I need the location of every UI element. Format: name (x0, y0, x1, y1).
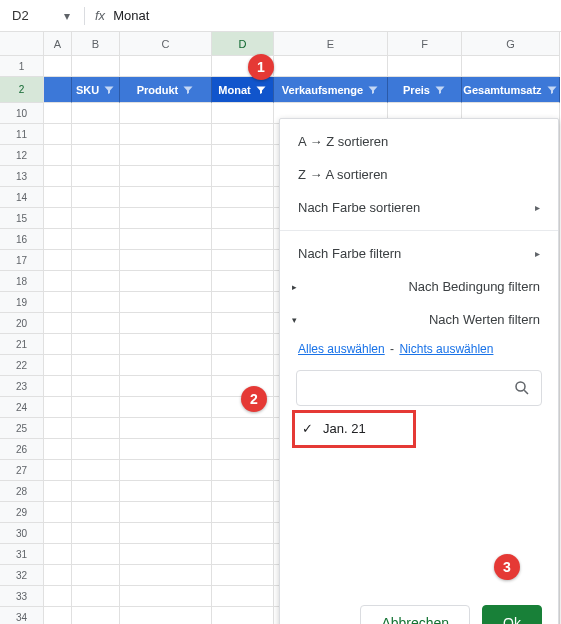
cell[interactable] (212, 586, 274, 607)
cell[interactable] (72, 250, 120, 271)
cell[interactable] (120, 124, 212, 145)
row-header[interactable]: 25 (0, 418, 44, 439)
row-header[interactable]: 18 (0, 271, 44, 292)
cell[interactable] (212, 208, 274, 229)
cell[interactable] (212, 607, 274, 624)
row-header[interactable]: 31 (0, 544, 44, 565)
cell[interactable] (44, 439, 72, 460)
cell[interactable] (120, 481, 212, 502)
filter-value-item[interactable]: ✓ Jan. 21 (296, 414, 542, 443)
cell[interactable] (120, 292, 212, 313)
cell[interactable] (120, 460, 212, 481)
col-header-F[interactable]: F (388, 32, 462, 56)
cell[interactable] (120, 334, 212, 355)
cell[interactable] (72, 586, 120, 607)
cell[interactable] (44, 334, 72, 355)
cell[interactable] (72, 607, 120, 624)
menu-sort-az[interactable]: A → Z sortieren (280, 125, 558, 158)
cell[interactable] (120, 271, 212, 292)
row-header[interactable]: 19 (0, 292, 44, 313)
cell[interactable] (72, 271, 120, 292)
cell[interactable] (44, 250, 72, 271)
cell[interactable] (72, 187, 120, 208)
menu-sort-za[interactable]: Z → A sortieren (280, 158, 558, 191)
cell[interactable] (388, 56, 462, 77)
cell[interactable] (120, 439, 212, 460)
col-header-A[interactable]: A (44, 32, 72, 56)
cell[interactable] (44, 544, 72, 565)
name-box[interactable]: D2 (8, 8, 60, 23)
cell[interactable] (120, 355, 212, 376)
cell[interactable] (212, 103, 274, 124)
cell[interactable] (212, 271, 274, 292)
row-header[interactable]: 20 (0, 313, 44, 334)
cell[interactable] (44, 292, 72, 313)
cell[interactable] (212, 565, 274, 586)
cell[interactable] (72, 565, 120, 586)
select-all-link[interactable]: Alles auswählen (298, 342, 385, 356)
col-header-C[interactable]: C (120, 32, 212, 56)
cell[interactable] (44, 586, 72, 607)
cell[interactable] (120, 187, 212, 208)
cell[interactable] (212, 124, 274, 145)
row-header[interactable]: 29 (0, 502, 44, 523)
cell[interactable] (120, 565, 212, 586)
row-header[interactable]: 33 (0, 586, 44, 607)
cell[interactable] (120, 418, 212, 439)
row-header[interactable]: 27 (0, 460, 44, 481)
cell[interactable] (212, 229, 274, 250)
row-header[interactable]: 26 (0, 439, 44, 460)
cell[interactable] (44, 481, 72, 502)
cell[interactable] (120, 166, 212, 187)
cell[interactable] (72, 418, 120, 439)
cell[interactable] (212, 460, 274, 481)
cell[interactable] (44, 77, 72, 103)
row-header[interactable]: 24 (0, 397, 44, 418)
row-header[interactable]: 22 (0, 355, 44, 376)
cell[interactable] (212, 334, 274, 355)
cell[interactable] (212, 145, 274, 166)
cell[interactable] (212, 313, 274, 334)
cell[interactable] (212, 523, 274, 544)
cell[interactable] (274, 56, 388, 77)
row-header[interactable]: 28 (0, 481, 44, 502)
cell[interactable] (44, 523, 72, 544)
filter-header-preis[interactable]: Preis (388, 77, 462, 103)
cell[interactable] (120, 56, 212, 77)
cell[interactable] (44, 607, 72, 624)
cell[interactable] (120, 586, 212, 607)
menu-sort-by-color[interactable]: Nach Farbe sortieren (280, 191, 558, 224)
row-header[interactable]: 15 (0, 208, 44, 229)
cell[interactable] (120, 397, 212, 418)
cell[interactable] (72, 292, 120, 313)
cell[interactable] (44, 166, 72, 187)
cell[interactable] (44, 460, 72, 481)
cell[interactable] (120, 607, 212, 624)
cell[interactable] (44, 313, 72, 334)
cell[interactable] (44, 502, 72, 523)
cell[interactable] (72, 523, 120, 544)
cell[interactable] (72, 145, 120, 166)
cell[interactable] (120, 208, 212, 229)
cell[interactable] (44, 187, 72, 208)
cell[interactable] (44, 103, 72, 124)
filter-search-input[interactable] (307, 380, 513, 397)
cell[interactable] (212, 481, 274, 502)
cell[interactable] (120, 523, 212, 544)
col-header-B[interactable]: B (72, 32, 120, 56)
cell[interactable] (72, 103, 120, 124)
row-header[interactable]: 34 (0, 607, 44, 624)
cell[interactable] (212, 544, 274, 565)
select-none-link[interactable]: Nichts auswählen (399, 342, 493, 356)
cell[interactable] (120, 544, 212, 565)
cancel-button[interactable]: Abbrechen (360, 605, 470, 624)
cell[interactable] (72, 355, 120, 376)
cell[interactable] (72, 166, 120, 187)
cell[interactable] (120, 313, 212, 334)
cell[interactable] (72, 334, 120, 355)
col-header-D[interactable]: D (212, 32, 274, 56)
cell[interactable] (462, 56, 560, 77)
menu-filter-by-condition[interactable]: Nach Bedingung filtern (280, 270, 558, 303)
corner-cell[interactable] (0, 32, 44, 56)
formula-value[interactable]: Monat (113, 8, 149, 23)
